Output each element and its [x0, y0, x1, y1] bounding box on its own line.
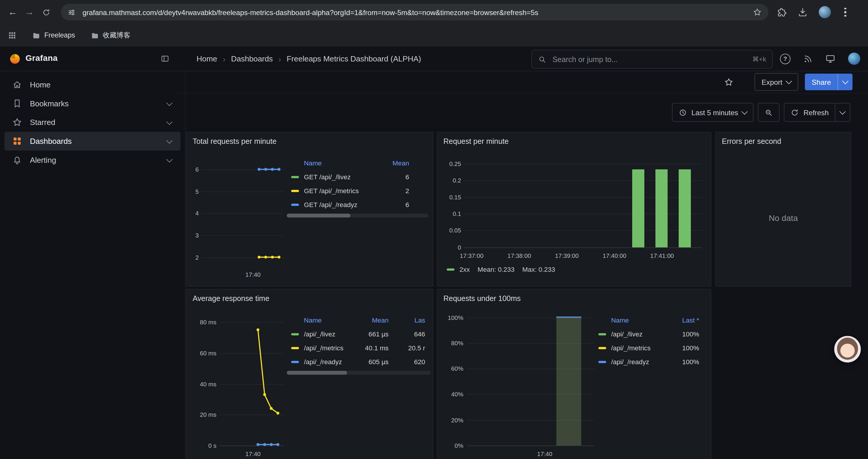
chevron-down-icon[interactable]: [166, 156, 173, 162]
y-tick-label: 0.15: [437, 193, 461, 201]
floating-assistant-avatar[interactable]: [834, 336, 861, 362]
x-axis-line: [467, 446, 594, 446]
downloads-icon[interactable]: [798, 7, 808, 17]
y-tick-label: 0: [437, 243, 461, 251]
y-tick-label: 0.2: [437, 177, 461, 184]
legend-header-mean[interactable]: Mean: [380, 160, 409, 167]
series-name[interactable]: /api/_/metrics: [611, 344, 668, 352]
bar-2xx: [679, 169, 691, 247]
share-button[interactable]: Share: [805, 73, 852, 90]
time-range-picker[interactable]: Last 5 minutes: [672, 103, 754, 122]
series-name[interactable]: GET /api/_/readyz: [304, 201, 380, 208]
monitor-icon[interactable]: [826, 54, 836, 64]
forward-button[interactable]: →: [21, 4, 37, 21]
star-icon: [12, 117, 22, 127]
panel-title[interactable]: Average response time: [193, 294, 270, 303]
y-tick-label: 20 ms: [186, 411, 216, 418]
series-name[interactable]: GET /api/_/metrics: [304, 187, 380, 194]
legend-scrollbar[interactable]: [287, 214, 429, 218]
series-mean-value: 605 µs: [357, 358, 389, 365]
favorite-star-icon[interactable]: [724, 77, 733, 87]
rss-icon[interactable]: [803, 54, 813, 64]
series-color-swatch: [598, 361, 606, 363]
reload-button[interactable]: [37, 4, 54, 21]
help-icon[interactable]: ?: [780, 54, 790, 64]
sidebar-item-home[interactable]: Home: [4, 75, 181, 94]
series-color-swatch: [291, 176, 299, 178]
sidebar-item-bookmarks[interactable]: Bookmarks: [4, 94, 181, 113]
bookmark-star-icon[interactable]: [753, 8, 762, 17]
url-input[interactable]: [81, 7, 747, 17]
breadcrumb-home[interactable]: Home: [196, 54, 217, 63]
sidebar-item-dashboards[interactable]: Dashboards: [4, 132, 181, 151]
breadcrumb-dashboards[interactable]: Dashboards: [231, 54, 273, 63]
bar-chart: [463, 164, 702, 248]
series-name[interactable]: /api/_/metrics: [304, 344, 357, 352]
search-box[interactable]: ⌘+k: [531, 50, 773, 69]
panel-title[interactable]: Requests under 100ms: [443, 294, 521, 303]
legend-header-last[interactable]: Las: [389, 317, 425, 324]
refresh-interval-dropdown[interactable]: [835, 103, 850, 121]
chevron-down-icon[interactable]: [166, 137, 173, 143]
series-name[interactable]: GET /api/_/livez: [304, 173, 380, 181]
legend-header-name[interactable]: Name: [304, 317, 357, 324]
series-name[interactable]: /api/_/livez: [611, 330, 668, 338]
series-color-swatch: [291, 203, 299, 205]
profile-avatar[interactable]: [819, 6, 831, 18]
browser-toolbar: ← →: [0, 0, 868, 24]
panel-title[interactable]: Request per minute: [443, 137, 509, 145]
chevron-down-icon[interactable]: [166, 119, 173, 125]
series-mean-value: 40.1 ms: [357, 344, 389, 352]
refresh-button[interactable]: Refresh: [785, 103, 835, 121]
bookmark-item-blogs[interactable]: 收藏博客: [91, 31, 131, 40]
extensions-icon[interactable]: [777, 7, 787, 17]
legend-header-name[interactable]: Name: [611, 317, 668, 324]
apps-grid-icon[interactable]: [8, 31, 17, 40]
scrollbar-thumb[interactable]: [287, 214, 351, 218]
back-button[interactable]: ←: [4, 4, 21, 21]
series-name[interactable]: /api/_/readyz: [611, 358, 668, 365]
bookmark-item-freeleaps[interactable]: Freeleaps: [32, 31, 75, 40]
panel-title[interactable]: Total requests per minute: [193, 137, 277, 145]
legend-scrollbar[interactable]: [287, 371, 431, 374]
time-range-label: Last 5 minutes: [691, 108, 738, 117]
series-point: [265, 168, 267, 171]
zoom-out-icon: [765, 108, 773, 117]
chevron-down-icon[interactable]: [166, 100, 173, 106]
y-tick-label: 4: [186, 209, 198, 217]
y-tick-label: 5: [186, 188, 198, 195]
export-button[interactable]: Export: [754, 73, 798, 91]
legend-table: Name Mean Las /api/_/livez 661 µs 646 /a…: [287, 314, 431, 374]
no-data-message: No data: [716, 149, 851, 286]
legend-row: GET /api/_/metrics 2: [287, 184, 429, 198]
grafana-logo[interactable]: [9, 53, 21, 65]
search-input[interactable]: [551, 55, 747, 64]
y-tick-label: 80 ms: [186, 318, 216, 326]
sidebar-item-alerting[interactable]: Alerting: [4, 151, 181, 169]
line-chart: [201, 155, 284, 265]
series-name[interactable]: 2xx: [459, 266, 470, 273]
legend-table: Name Last * /api/_/livez 100% /api/_/met…: [594, 314, 705, 368]
panel-title[interactable]: Errors per second: [722, 137, 781, 145]
series-name[interactable]: /api/_/livez: [304, 330, 357, 338]
user-avatar[interactable]: [848, 53, 860, 65]
zoom-out-button[interactable]: [758, 103, 780, 122]
share-dropdown[interactable]: [838, 73, 852, 90]
bar-100-percent: [556, 317, 581, 446]
legend-header-mean[interactable]: Mean: [357, 317, 389, 324]
address-bar[interactable]: [61, 4, 769, 21]
scrollbar-thumb[interactable]: [287, 371, 347, 374]
legend-header-name[interactable]: Name: [304, 160, 380, 167]
sidebar-item-starred[interactable]: Starred: [4, 113, 181, 132]
x-tick-label: 17:40:00: [598, 252, 631, 260]
site-info-icon[interactable]: [68, 8, 76, 16]
x-tick-label: 17:40: [239, 270, 267, 278]
legend-header-last[interactable]: Last *: [668, 317, 699, 324]
browser-menu-icon[interactable]: [842, 8, 848, 17]
series-color-swatch: [291, 347, 299, 349]
grafana-app: Grafana Home › Dashboards › Freeleaps Me…: [0, 46, 868, 459]
folder-icon: [91, 31, 99, 40]
series-name[interactable]: /api/_/readyz: [304, 358, 357, 365]
sidebar-toggle-icon[interactable]: [160, 54, 169, 63]
share-main[interactable]: Share: [805, 73, 838, 90]
